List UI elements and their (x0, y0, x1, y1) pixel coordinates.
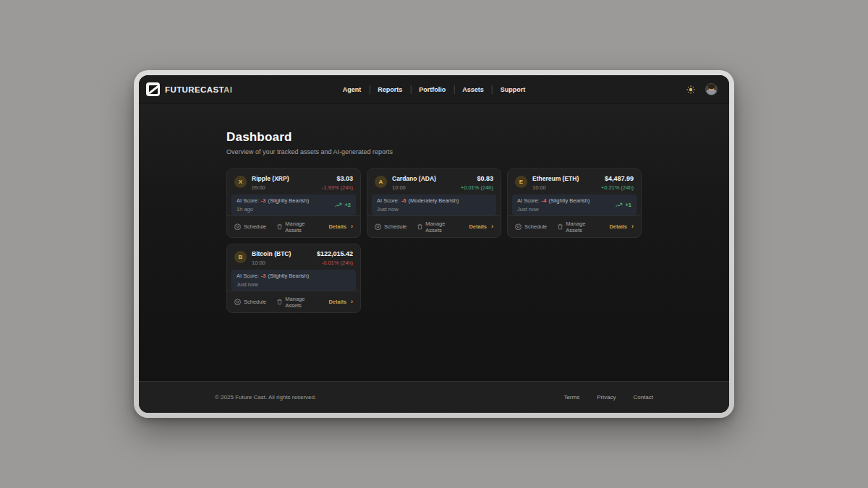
manage-assets-label: Manage Assets (285, 221, 318, 234)
schedule-button[interactable]: Schedule (234, 223, 266, 230)
trend-badge: +2 (335, 202, 351, 208)
footer-links: Terms Privacy Contact (563, 394, 653, 401)
coin-avatar: A (375, 176, 387, 188)
trend-delta: +2 (344, 202, 351, 208)
ai-score-sentiment: (Slightly Bearish) (268, 197, 310, 204)
coin-avatar: B (234, 251, 247, 263)
coin-name: Bitcoin (BTC) (252, 250, 291, 257)
trending-up-icon (335, 202, 342, 208)
brand-logo[interactable]: FUTURECASTAI (146, 82, 232, 96)
coin-time: 10:00 (392, 184, 436, 191)
details-button[interactable]: Details › (469, 223, 493, 230)
coin-change: +0.01% (24h) (461, 184, 493, 191)
card-actions: Schedule Manage Assets Details › (508, 215, 641, 237)
footer-link-terms[interactable]: Terms (563, 394, 579, 401)
ai-score-sentiment: (Moderately Bearish) (409, 197, 459, 204)
user-avatar[interactable] (705, 83, 718, 95)
schedule-button[interactable]: Schedule (234, 299, 266, 305)
gear-icon (234, 223, 241, 230)
card-actions: Schedule Manage Assets Details › (227, 291, 360, 312)
page-subtitle: Overview of your tracked assets and AI-g… (226, 148, 642, 155)
ai-score-strip: AI Score:-3(Slightly Bearish) 1h ago +2 (231, 194, 356, 215)
coin-time: 10:00 (532, 184, 579, 191)
coin-name: Ethereum (ETH) (532, 175, 579, 182)
ai-score-sentiment: (Slightly Bearish) (268, 273, 310, 279)
trend-badge: +1 (616, 202, 631, 208)
asset-card-ripple: X Ripple (XRP) 09:00 $3.03 -1.93% (24h) (226, 168, 361, 238)
coin-avatar: E (515, 176, 527, 188)
gear-icon (234, 299, 241, 305)
schedule-label: Schedule (524, 223, 547, 230)
schedule-label: Schedule (244, 223, 266, 230)
sun-icon[interactable] (686, 85, 696, 95)
details-button[interactable]: Details › (609, 223, 634, 230)
ai-score-label: AI Score: (237, 273, 259, 279)
trash-icon (417, 223, 422, 230)
schedule-label: Schedule (384, 223, 407, 230)
ai-score-label: AI Score: (517, 197, 540, 204)
nav-item-reports[interactable]: Reports (370, 85, 411, 94)
manage-assets-button[interactable]: Manage Assets (417, 221, 458, 234)
coin-time: 10:00 (252, 260, 291, 266)
manage-assets-label: Manage Assets (285, 296, 318, 309)
card-header: X Ripple (XRP) 09:00 $3.03 -1.93% (24h) (234, 175, 353, 191)
ai-score-sentiment: (Slightly Bearish) (549, 197, 590, 204)
chevron-right-icon: › (631, 223, 634, 230)
manage-assets-button[interactable]: Manage Assets (558, 221, 598, 234)
schedule-button[interactable]: Schedule (375, 223, 407, 230)
chevron-right-icon: › (491, 223, 493, 230)
coin-avatar: X (234, 176, 247, 188)
nav-item-assets[interactable]: Assets (454, 85, 493, 94)
coin-price: $3.03 (322, 175, 353, 182)
manage-assets-button[interactable]: Manage Assets (277, 296, 318, 309)
nav-item-support[interactable]: Support (493, 85, 534, 94)
manage-assets-label: Manage Assets (566, 221, 598, 234)
ai-score-updated: Just now (377, 206, 459, 213)
trash-icon (558, 223, 563, 230)
details-label: Details (328, 223, 346, 230)
ai-score-strip: AI Score:-6(Moderately Bearish) Just now (372, 194, 496, 215)
ai-score-value: -6 (401, 197, 407, 204)
manage-assets-button[interactable]: Manage Assets (277, 221, 318, 234)
coin-time: 09:00 (252, 184, 289, 191)
app-window: FUTURECASTAI Agent Reports Portfolio Ass… (139, 75, 729, 413)
card-header: A Cardano (ADA) 10:00 $0.83 +0.01% (24h) (375, 175, 493, 191)
details-button[interactable]: Details › (328, 299, 353, 305)
nav-item-portfolio[interactable]: Portfolio (411, 85, 454, 94)
gear-icon (375, 223, 381, 230)
asset-card-bitcoin: B Bitcoin (BTC) 10:00 $122,015.42 -0.01%… (226, 244, 361, 313)
app-header: FUTURECASTAI Agent Reports Portfolio Ass… (139, 75, 729, 104)
chevron-right-icon: › (351, 299, 353, 305)
schedule-button[interactable]: Schedule (515, 223, 547, 230)
trend-delta: +1 (625, 202, 631, 208)
coin-price: $0.83 (461, 175, 493, 182)
ai-score-updated: 1h ago (237, 206, 309, 213)
device-frame: FUTURECASTAI Agent Reports Portfolio Ass… (134, 70, 734, 418)
asset-card-ethereum: E Ethereum (ETH) 10:00 $4,487.99 +0.21% … (507, 168, 642, 238)
ai-score-strip: AI Score:-3(Slightly Bearish) Just now (231, 270, 356, 291)
nav-item-agent[interactable]: Agent (335, 85, 370, 94)
coin-price: $122,015.42 (317, 250, 353, 257)
main-nav: Agent Reports Portfolio Assets Support (335, 85, 534, 94)
trash-icon (277, 299, 282, 305)
coin-name: Cardano (ADA) (392, 175, 436, 182)
coin-name: Ripple (XRP) (252, 175, 289, 182)
asset-card-grid: X Ripple (XRP) 09:00 $3.03 -1.93% (24h) (226, 168, 642, 313)
gear-icon (515, 223, 522, 230)
details-button[interactable]: Details › (328, 223, 353, 230)
details-label: Details (469, 223, 487, 230)
coin-change: +0.21% (24h) (601, 184, 634, 191)
coin-price: $4,487.99 (601, 175, 634, 182)
ai-score-updated: Just now (517, 206, 590, 213)
coin-change: -1.93% (24h) (322, 184, 353, 191)
footer-link-privacy[interactable]: Privacy (597, 394, 616, 401)
footer-link-contact[interactable]: Contact (633, 394, 653, 401)
details-label: Details (609, 223, 627, 230)
ai-score-value: -4 (542, 197, 547, 204)
futurecast-logo-icon (146, 82, 160, 96)
app-footer: © 2025 Future Cast. All rights reserved.… (139, 381, 729, 413)
card-actions: Schedule Manage Assets Details › (227, 215, 360, 237)
trash-icon (277, 223, 282, 230)
chevron-right-icon: › (351, 223, 353, 230)
card-actions: Schedule Manage Assets Details › (367, 215, 501, 237)
